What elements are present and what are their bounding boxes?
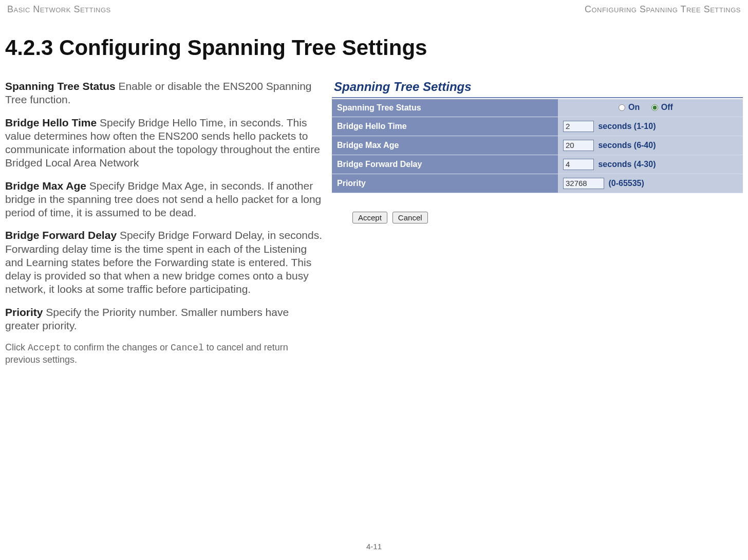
label-maxage: Bridge Max Age (332, 136, 558, 155)
settings-table: Spanning Tree Status On Off Bridge Hello… (332, 99, 743, 193)
header-left: Basic Network Settings (7, 4, 111, 15)
footer-note-cancel: Cancel (171, 343, 204, 353)
description-column: Spanning Tree Status Enable or disable t… (5, 80, 323, 366)
unit-maxage: seconds (6-40) (598, 141, 656, 150)
radio-on-label: On (628, 103, 640, 112)
section-title: 4.2.3 Configuring Spanning Tree Settings (5, 35, 743, 60)
settings-panel: Spanning Tree Settings Spanning Tree Sta… (332, 80, 743, 366)
input-hello[interactable] (563, 121, 594, 132)
radio-off-wrap[interactable]: Off (651, 103, 673, 112)
radio-off[interactable] (651, 104, 658, 111)
label-status: Spanning Tree Status (332, 99, 558, 117)
accept-button[interactable]: Accept (352, 212, 387, 223)
row-fwd: Bridge Forward Delay seconds (4-30) (332, 155, 743, 174)
header-right: Configuring Spanning Tree Settings (585, 4, 741, 15)
radio-on[interactable] (619, 104, 625, 111)
row-maxage: Bridge Max Age seconds (6-40) (332, 136, 743, 155)
row-priority: Priority (0-65535) (332, 174, 743, 193)
row-hello: Bridge Hello Time seconds (1-10) (332, 117, 743, 136)
input-fwd[interactable] (563, 159, 594, 170)
desc-priority: Specify the Priority number. Smaller num… (5, 306, 289, 331)
unit-fwd: seconds (4-30) (598, 160, 656, 169)
term-priority: Priority (5, 306, 43, 318)
unit-priority: (0-65535) (608, 179, 644, 188)
row-status: Spanning Tree Status On Off (332, 99, 743, 117)
term-fwd: Bridge Forward Delay (5, 229, 117, 241)
footer-note-mid: to confirm the changes or (61, 342, 171, 352)
panel-title: Spanning Tree Settings (332, 80, 743, 98)
radio-on-wrap[interactable]: On (619, 103, 640, 112)
term-hello: Bridge Hello Time (5, 117, 97, 128)
footer-note-accept: Accept (28, 343, 61, 353)
input-maxage[interactable] (563, 140, 594, 151)
term-status: Spanning Tree Status (5, 80, 116, 92)
cancel-button[interactable]: Cancel (392, 212, 428, 223)
label-priority: Priority (332, 174, 558, 193)
term-maxage: Bridge Max Age (5, 180, 86, 192)
unit-hello: seconds (1-10) (598, 122, 656, 130)
label-hello: Bridge Hello Time (332, 117, 558, 136)
input-priority[interactable] (563, 178, 604, 189)
label-fwd: Bridge Forward Delay (332, 155, 558, 174)
radio-off-label: Off (661, 103, 673, 112)
footer-note: Click Accept to confirm the changes or C… (5, 342, 323, 366)
footer-note-pre: Click (5, 342, 28, 352)
page-number: 4-11 (0, 542, 748, 551)
